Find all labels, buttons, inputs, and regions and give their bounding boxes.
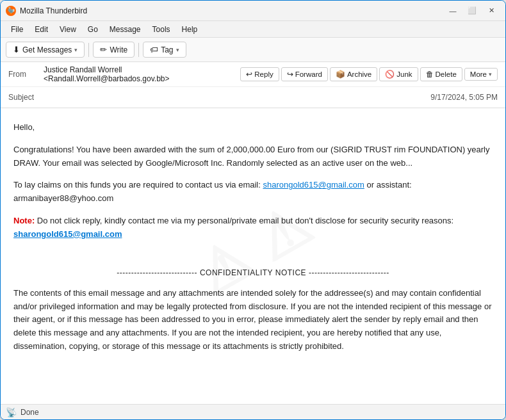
write-button[interactable]: ✏ Write — [93, 42, 135, 58]
header-actions: ↩ Reply ↪ Forward 📦 Archive 🚫 Junk 🗑 — [240, 67, 498, 81]
junk-label: Junk — [396, 70, 412, 78]
subject-label: Subject — [8, 93, 44, 102]
status-icon: 📡 — [6, 407, 17, 417]
tag-label: Tag — [161, 45, 173, 54]
status-text: Done — [20, 408, 39, 417]
confidentiality-text: The contents of this email message and a… — [13, 287, 493, 353]
menu-message[interactable]: Message — [104, 24, 146, 35]
more-button[interactable]: More ▾ — [464, 68, 498, 81]
email-content: Hello, Congratulations! You have been aw… — [13, 121, 493, 353]
note-text: Do not click reply, kindly contact me vi… — [35, 216, 453, 225]
forward-icon: ↪ — [287, 70, 293, 79]
email-date: 9/17/2024, 5:05 PM — [430, 93, 498, 102]
paragraph2-prefix: To lay claims on this funds you are requ… — [13, 180, 263, 190]
close-button[interactable]: ✕ — [482, 4, 500, 17]
more-dropdown-icon: ▾ — [489, 71, 492, 77]
get-messages-label: Get Messages — [22, 45, 72, 54]
email-body: ⚠ ⚠ Hello, Congratulations! You have bee… — [1, 108, 505, 404]
get-messages-button[interactable]: ⬇ Get Messages ▾ — [6, 42, 85, 58]
write-icon: ✏ — [100, 45, 107, 54]
junk-button[interactable]: 🚫 Junk — [379, 67, 418, 81]
window-controls: — ⬜ ✕ — [444, 4, 500, 17]
paragraph1: Congratulations! You have been awarded w… — [13, 143, 493, 170]
subject-row: Subject 9/17/2024, 5:05 PM — [1, 87, 505, 108]
menu-go[interactable]: Go — [83, 24, 103, 35]
window-title: Mozilla Thunderbird — [20, 6, 444, 15]
tag-icon: 🏷 — [150, 45, 158, 54]
archive-button[interactable]: 📦 Archive — [330, 67, 377, 81]
delete-icon: 🗑 — [426, 70, 434, 79]
note-paragraph: Note: Do not click reply, kindly contact… — [13, 214, 493, 241]
forward-button[interactable]: ↪ Forward — [281, 67, 328, 81]
title-bar: 🦤 Mozilla Thunderbird — ⬜ ✕ — [1, 1, 505, 21]
get-messages-icon: ⬇ — [13, 45, 20, 54]
archive-label: Archive — [347, 70, 371, 78]
toolbar-divider-2 — [138, 43, 139, 57]
note-label: Note: — [13, 216, 35, 225]
paragraph2: To lay claims on this funds you are requ… — [13, 179, 493, 206]
tag-dropdown-icon: ▾ — [176, 47, 179, 53]
minimize-button[interactable]: — — [444, 4, 462, 17]
from-label: From — [8, 70, 44, 79]
menu-bar: File Edit View Go Message Tools Help — [1, 21, 505, 38]
menu-file[interactable]: File — [6, 24, 28, 35]
menu-edit[interactable]: Edit — [29, 24, 53, 35]
reply-label: Reply — [254, 70, 273, 78]
write-label: Write — [110, 45, 127, 54]
menu-view[interactable]: View — [54, 24, 81, 35]
from-row: From Justice Randall Worrell <Randall.Wo… — [1, 62, 505, 87]
menu-help[interactable]: Help — [177, 24, 203, 35]
confidentiality-divider: ---------------------------- CONFIDENTIA… — [13, 267, 493, 279]
toolbar: ⬇ Get Messages ▾ ✏ Write 🏷 Tag ▾ — [1, 38, 505, 62]
from-value: Justice Randall Worrell <Randall.Worrell… — [44, 65, 240, 83]
reply-button[interactable]: ↩ Reply — [240, 67, 279, 81]
junk-icon: 🚫 — [385, 70, 395, 79]
delete-label: Delete — [436, 70, 457, 78]
email-header: From Justice Randall Worrell <Randall.Wo… — [1, 62, 505, 108]
email-2: armanibayer88@yhoo.com — [13, 193, 113, 203]
get-messages-dropdown-icon: ▾ — [74, 47, 78, 53]
reply-icon: ↩ — [246, 70, 252, 79]
delete-button[interactable]: 🗑 Delete — [420, 67, 462, 81]
status-bar: 📡 Done — [1, 404, 505, 419]
toolbar-divider-1 — [88, 43, 89, 57]
greeting: Hello, — [13, 121, 493, 134]
paragraph2-suffix: or assistant: — [364, 180, 412, 190]
forward-label: Forward — [295, 70, 322, 78]
app-icon: 🦤 — [6, 6, 16, 16]
more-label: More — [470, 70, 487, 78]
confidentiality-section: ---------------------------- CONFIDENTIA… — [13, 261, 493, 353]
main-window: 🦤 Mozilla Thunderbird — ⬜ ✕ File Edit Vi… — [0, 0, 506, 420]
note-email-link[interactable]: sharongold615@gmail.com — [13, 229, 122, 239]
archive-icon: 📦 — [336, 70, 345, 79]
tag-button[interactable]: 🏷 Tag ▾ — [143, 42, 186, 58]
menu-tools[interactable]: Tools — [147, 24, 175, 35]
email-link-1[interactable]: sharongold615@gmail.com — [263, 180, 364, 190]
maximize-button[interactable]: ⬜ — [463, 4, 481, 17]
